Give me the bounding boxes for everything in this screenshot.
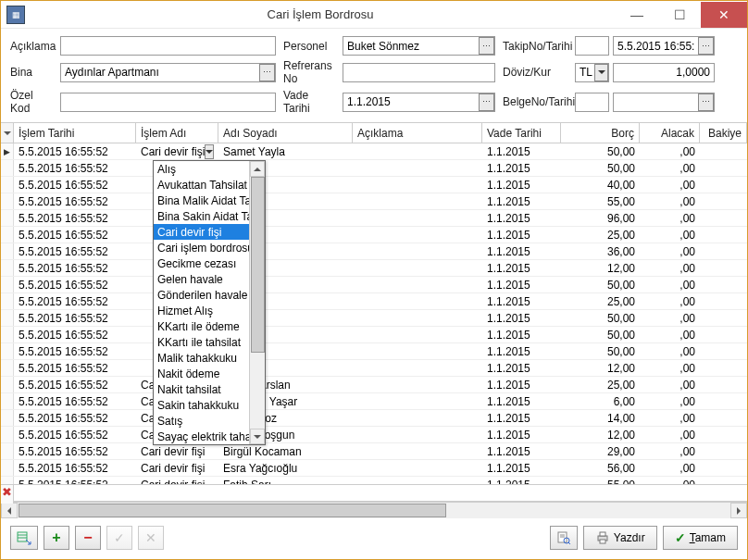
cell[interactable]: ,00 [640, 193, 700, 209]
table-row[interactable]: 5.5.2015 16:55:52n1.1.201596,00,00 [1, 210, 747, 227]
cell[interactable]: 1.1.2015 [482, 377, 561, 392]
cell[interactable]: 1.1.2015 [482, 443, 561, 459]
dropdown-item[interactable]: Gecikme cezası [154, 255, 249, 271]
bina-input[interactable] [60, 63, 276, 82]
table-row[interactable]: 5.5.2015 16:55:52gül1.1.201512,00,00 [1, 360, 747, 377]
bina-lookup-button[interactable]: ⋯ [259, 64, 275, 81]
dropdown-item[interactable]: Nakit tahsilat [154, 381, 249, 397]
cell[interactable]: 50,00 [561, 310, 640, 326]
cell[interactable]: 1.1.2015 [482, 243, 561, 259]
row-handle[interactable] [1, 210, 14, 226]
cell[interactable]: ,00 [640, 243, 700, 259]
dropdown-scrollbar[interactable] [249, 161, 265, 444]
row-handle[interactable] [1, 343, 14, 359]
cell[interactable]: 1.1.2015 [482, 177, 561, 193]
dropdown-scroll-up[interactable] [250, 161, 265, 177]
takipno-input[interactable] [575, 36, 609, 56]
table-row[interactable]: 5.5.2015 16:55:521.1.201550,00,00 [1, 310, 747, 327]
cell[interactable] [353, 210, 482, 226]
cell[interactable]: 5.5.2015 16:55:52 [14, 410, 136, 426]
aciklama-input[interactable] [60, 36, 276, 56]
cell[interactable]: 1.1.2015 [482, 477, 561, 484]
dropdown-item[interactable]: Malik tahakkuku [154, 350, 249, 366]
table-row[interactable]: 5.5.2015 16:55:521.1.201512,00,00 [1, 260, 747, 277]
cell[interactable]: 36,00 [561, 243, 640, 259]
cell[interactable] [353, 260, 482, 276]
col-aciklama[interactable]: Açıklama [353, 123, 482, 143]
row-handle[interactable] [1, 460, 14, 476]
table-row[interactable]: 5.5.2015 16:55:521.1.201536,00,00 [1, 243, 747, 260]
cell[interactable]: Cari devir fişi [136, 143, 218, 159]
grid-corner-button[interactable] [1, 123, 14, 143]
cell[interactable]: 1.1.2015 [482, 277, 561, 292]
cell[interactable]: Esra Yağcıoğlu [218, 460, 353, 476]
cell[interactable] [353, 343, 482, 359]
col-alacak[interactable]: Alacak [640, 123, 700, 143]
table-row[interactable]: 5.5.2015 16:55:52ş1.1.201550,00,00 [1, 160, 747, 177]
cell[interactable]: 14,00 [561, 410, 640, 426]
table-row[interactable]: 5.5.2015 16:55:52Durak1.1.201555,00,00 [1, 193, 747, 210]
cell[interactable] [353, 427, 482, 442]
preview-button[interactable] [550, 526, 578, 550]
dropdown-item[interactable]: Avukattan Tahsilat [154, 177, 249, 193]
cell[interactable]: 5.5.2015 16:55:52 [14, 193, 136, 209]
cell[interactable]: Fatih Sarı [218, 477, 353, 484]
cell[interactable]: 1.1.2015 [482, 310, 561, 326]
cell[interactable]: ,00 [640, 460, 700, 476]
dropdown-scroll-thumb[interactable] [251, 177, 265, 353]
cell[interactable]: 5.5.2015 16:55:52 [14, 177, 136, 193]
cell[interactable]: 50,00 [561, 160, 640, 176]
cell[interactable]: 1.1.2015 [482, 227, 561, 243]
dropdown-item[interactable]: Cari devir fişi [154, 224, 249, 240]
cell[interactable]: 50,00 [561, 327, 640, 342]
islem-adi-dropdown[interactable]: AlışAvukattan TahsilatBina Malik Aidat T… [153, 160, 266, 445]
row-handle[interactable] [1, 443, 14, 459]
cell[interactable]: 5.5.2015 16:55:52 [14, 343, 136, 359]
dropdown-item[interactable]: Sayaç elektrik tahakkuku [154, 429, 249, 444]
cell[interactable] [353, 393, 482, 409]
cell[interactable]: 1.1.2015 [482, 460, 561, 476]
cell[interactable] [353, 160, 482, 176]
cell[interactable]: 50,00 [561, 277, 640, 292]
cell[interactable]: 5.5.2015 16:55:52 [14, 277, 136, 292]
cell[interactable]: 5.5.2015 16:55:52 [14, 393, 136, 409]
row-handle[interactable] [1, 260, 14, 276]
cell[interactable]: ,00 [640, 443, 700, 459]
row-handle[interactable] [1, 427, 14, 442]
cell[interactable]: ,00 [640, 360, 700, 376]
cell[interactable]: 1.1.2015 [482, 160, 561, 176]
grid-body[interactable]: AlışAvukattan TahsilatBina Malik Aidat T… [1, 143, 747, 484]
table-row[interactable]: 5.5.2015 16:55:52az1.1.201525,00,00 [1, 227, 747, 243]
cell[interactable]: 5.5.2015 16:55:52 [14, 427, 136, 442]
dropdown-item[interactable]: Bina Sakin Aidat Tahakkuku [154, 208, 249, 224]
cell[interactable] [353, 377, 482, 392]
row-handle[interactable] [1, 377, 14, 392]
cell[interactable]: ,00 [640, 477, 700, 484]
col-vade-tarihi[interactable]: Vade Tarihi [482, 123, 561, 143]
cell[interactable]: 55,00 [561, 477, 640, 484]
row-handle[interactable] [1, 277, 14, 292]
print-button[interactable]: Yazdır [583, 526, 657, 550]
cell[interactable]: ,00 [640, 277, 700, 292]
cell[interactable]: ,00 [640, 410, 700, 426]
belgetarihi-lookup-button[interactable]: ⋯ [698, 93, 714, 111]
cell[interactable]: ,00 [640, 293, 700, 309]
cell[interactable]: 40,00 [561, 177, 640, 193]
col-adi-soyadi[interactable]: Adı Soyadı [218, 123, 353, 143]
dropdown-item[interactable]: KKartı ile tahsilat [154, 334, 249, 350]
personel-lookup-button[interactable]: ⋯ [479, 37, 494, 55]
doviz-combo-button[interactable] [594, 64, 608, 81]
cell[interactable]: 5.5.2015 16:55:52 [14, 260, 136, 276]
minimize-button[interactable]: — [616, 2, 658, 28]
cell[interactable]: 25,00 [561, 293, 640, 309]
col-borc[interactable]: Borç [561, 123, 640, 143]
dropdown-scroll-down[interactable] [250, 429, 265, 444]
cell[interactable]: 5.5.2015 16:55:52 [14, 477, 136, 484]
dropdown-item[interactable]: Gelen havale [154, 271, 249, 287]
takiptarihi-lookup-button[interactable]: ⋯ [698, 37, 714, 55]
cell[interactable] [353, 327, 482, 342]
row-handle[interactable] [1, 227, 14, 243]
cell[interactable]: 1.1.2015 [482, 393, 561, 409]
cell[interactable] [353, 310, 482, 326]
row-handle[interactable] [1, 243, 14, 259]
